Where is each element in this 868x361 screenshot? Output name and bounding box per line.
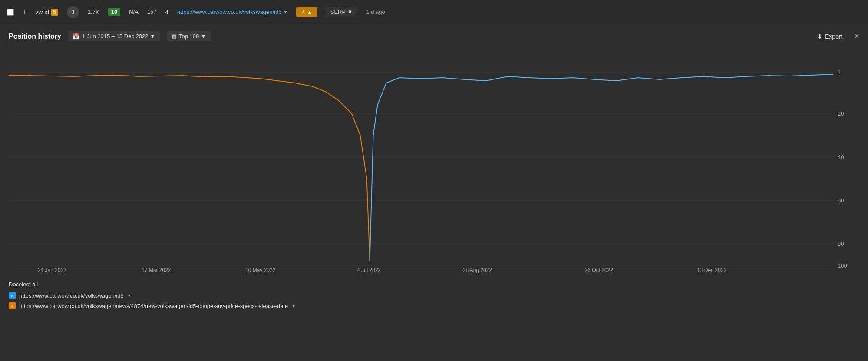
grid-icon: ▦ — [171, 33, 176, 40]
url-dropdown-icon[interactable]: ▼ — [283, 10, 287, 14]
checkmark-icon-orange: ✓ — [10, 303, 14, 309]
export-label: Export — [825, 33, 842, 40]
time-ago: 1 d ago — [366, 9, 385, 15]
svg-text:80: 80 — [838, 241, 844, 247]
svg-text:60: 60 — [838, 197, 844, 204]
stat-position: 10 — [108, 8, 120, 16]
panel-title: Position history — [9, 33, 61, 40]
top100-filter-button[interactable]: ▦ Top 100 ▼ — [167, 31, 211, 41]
export-button[interactable]: ⬇ Export — [817, 33, 842, 40]
date-filter-button[interactable]: 📅 1 Jun 2015 – 15 Dec 2022 ▼ — [68, 31, 160, 41]
serp-dropdown[interactable]: SERP ▼ — [326, 7, 358, 17]
svg-text:24 Jan 2022: 24 Jan 2022 — [38, 267, 66, 273]
svg-text:1: 1 — [838, 69, 841, 76]
top-row: + vw id 5 3 1.7K 10 N/A 157 4 https://ww… — [0, 0, 868, 24]
legend-checkbox-orange[interactable]: ✓ — [9, 302, 16, 309]
stat-cpc: N/A — [129, 9, 139, 15]
add-icon[interactable]: + — [23, 8, 26, 16]
svg-text:28 Aug 2022: 28 Aug 2022 — [463, 267, 492, 273]
date-range-label: 1 Jun 2015 – 15 Dec 2022 ▼ — [82, 33, 155, 40]
keyword-badge: 5 — [51, 9, 58, 16]
stat-volume: 1.7K — [88, 9, 99, 15]
chart-container: 1 20 40 60 80 100 24 Jan 2022 17 Mar 202… — [9, 48, 859, 274]
svg-text:10 May 2022: 10 May 2022 — [245, 267, 276, 273]
stat-urls: 4 — [165, 9, 168, 15]
svg-text:17 Mar 2022: 17 Mar 2022 — [142, 267, 171, 273]
legend-dropdown-blue[interactable]: ▼ — [127, 293, 132, 298]
svg-text:20: 20 — [838, 110, 844, 117]
legend-item-blue: ✓ https://www.carwow.co.uk/volkswagen/id… — [9, 292, 859, 299]
legend-dropdown-orange[interactable]: ▼ — [291, 304, 296, 308]
serp-trend-button[interactable]: ↗ ▲ — [296, 7, 317, 17]
orange-line — [9, 75, 370, 261]
calendar-icon: 📅 — [73, 33, 79, 40]
svg-text:13 Dec 2022: 13 Dec 2022 — [697, 267, 726, 273]
position-history-chart: 1 20 40 60 80 100 24 Jan 2022 17 Mar 202… — [9, 48, 859, 274]
legend-url-blue: https://www.carwow.co.uk/volkswagen/id5 — [19, 292, 124, 299]
deselect-all-button[interactable]: Deselect all — [9, 281, 859, 288]
keyword-text: vw id — [35, 9, 49, 16]
url-link[interactable]: https://www.carwow.co.uk/volkswagen/id5 — [177, 9, 282, 15]
svg-text:100: 100 — [838, 262, 847, 269]
legend-checkbox-blue[interactable]: ✓ — [9, 292, 16, 299]
svg-text:26 Oct 2022: 26 Oct 2022 — [585, 267, 614, 273]
keyword-tag: vw id 5 — [35, 9, 58, 16]
legend-section: Deselect all ✓ https://www.carwow.co.uk/… — [9, 274, 859, 318]
legend-url-orange: https://www.carwow.co.uk/volkswagen/news… — [19, 303, 288, 309]
export-icon: ⬇ — [817, 33, 822, 40]
top100-label: Top 100 ▼ — [179, 33, 206, 40]
panel-header: Position history 📅 1 Jun 2015 – 15 Dec 2… — [9, 31, 859, 41]
close-button[interactable]: × — [855, 32, 859, 41]
close-icon: × — [855, 32, 859, 40]
svg-text:40: 40 — [838, 154, 844, 160]
checkmark-icon: ✓ — [10, 293, 14, 298]
legend-item-orange: ✓ https://www.carwow.co.uk/volkswagen/ne… — [9, 302, 859, 309]
blue-line — [370, 74, 833, 261]
row-checkbox[interactable] — [7, 9, 14, 16]
svg-text:4 Jul 2022: 4 Jul 2022 — [357, 267, 381, 273]
stat-difficulty: 3 — [67, 6, 79, 18]
stat-traffic: 157 — [147, 9, 157, 15]
main-panel: Position history 📅 1 Jun 2015 – 15 Dec 2… — [0, 24, 868, 318]
